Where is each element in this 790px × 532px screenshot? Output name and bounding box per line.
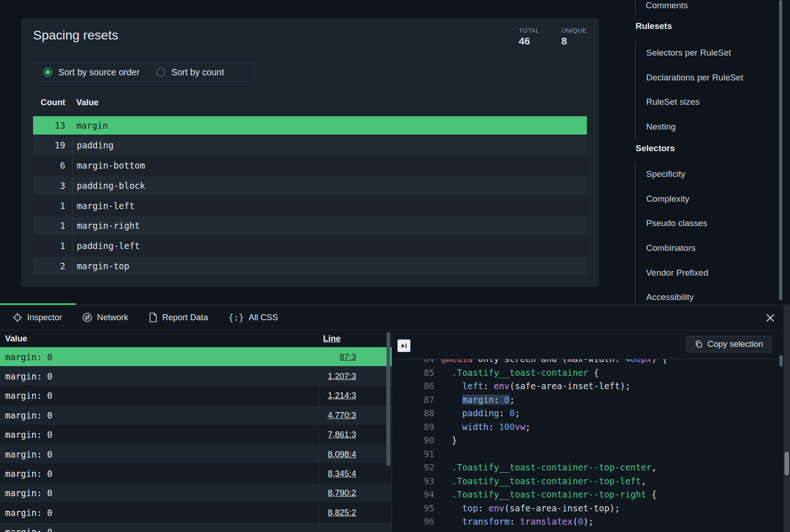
line-column-header[interactable]: Line xyxy=(323,334,341,344)
row-count: 1 xyxy=(33,201,72,211)
code-line: 89 width: 100vw; xyxy=(392,420,784,434)
sort-by-count-option[interactable]: Sort by count xyxy=(156,67,224,78)
inspector-row[interactable]: margin: 08,790:2 xyxy=(0,484,392,503)
inspector-row[interactable]: margin: 0 xyxy=(0,523,392,532)
inspector-row[interactable]: margin: 08,345:4 xyxy=(0,464,392,483)
line-link[interactable]: 87:3 xyxy=(340,352,356,362)
sidebar-item-complexity[interactable]: Complexity xyxy=(636,187,773,211)
value-column-header: Value xyxy=(72,97,98,108)
code-line: 90 } xyxy=(392,434,784,447)
close-panel-button[interactable] xyxy=(763,311,778,325)
code-token: { xyxy=(588,368,599,378)
panel-tabbar: Inspector Network Report Data {:} All CS… xyxy=(0,305,790,330)
sidebar-item-comments[interactable]: Comments xyxy=(646,0,688,11)
sidebar-item-pseudo-classes[interactable]: Pseudo classes xyxy=(636,211,773,236)
sidebar-item-specificity[interactable]: Specificity xyxy=(636,162,773,187)
sidebar-item-vendor-prefixed[interactable]: Vendor Prefixed xyxy=(636,260,773,285)
line-number: 91 xyxy=(392,447,434,461)
tab-all-css[interactable]: {:} All CSS xyxy=(228,312,278,323)
expand-pane-button[interactable] xyxy=(398,340,410,352)
line-number: 84 xyxy=(392,359,434,366)
inspector-row[interactable]: margin: 08,825:2 xyxy=(0,503,392,522)
code-token: .Toastify__toast-container--top-center xyxy=(452,462,652,472)
page-scrollbar-thumb[interactable] xyxy=(779,0,782,300)
inspector-row[interactable]: margin: 01,207:3 xyxy=(0,367,392,385)
table-row[interactable]: 19padding xyxy=(33,136,587,155)
line-number: 94 xyxy=(392,488,434,502)
code-line: 84@media only screen and (max-width: 480… xyxy=(392,359,784,366)
table-row[interactable]: 3padding-block xyxy=(33,176,587,195)
table-row[interactable]: 1margin-left xyxy=(33,197,587,215)
table-row[interactable]: 13margin xyxy=(33,116,587,135)
row-value: margin-left xyxy=(72,197,587,215)
line-link[interactable]: 1,214:3 xyxy=(328,391,356,401)
panel-scrollbar-thumb[interactable] xyxy=(784,452,789,475)
sidebar-item-ruleset-sizes[interactable]: RuleSet sizes xyxy=(636,90,773,114)
code-token: : xyxy=(494,395,504,405)
code-line: 86 left: env(safe-area-inset-left); xyxy=(392,379,784,393)
line-link[interactable]: 7,861:3 xyxy=(328,430,356,440)
inspector-row-line-cell: 87:3 xyxy=(318,347,386,366)
inspector-row[interactable]: margin: 01,214:3 xyxy=(0,386,392,405)
line-link[interactable]: 8,345:4 xyxy=(328,469,356,479)
radio-selected-icon[interactable] xyxy=(43,68,52,77)
inspector-row[interactable]: margin: 08,098:4 xyxy=(0,445,392,464)
line-link[interactable]: 4,770:3 xyxy=(328,410,356,420)
code-token: ( xyxy=(573,516,578,526)
table-row[interactable]: 6margin-bottom xyxy=(33,156,587,175)
tab-inspector[interactable]: Inspector xyxy=(12,312,62,323)
tab-network[interactable]: Network xyxy=(82,312,128,323)
sidebar-item-combinators[interactable]: Combinators xyxy=(636,236,773,260)
copy-selection-button[interactable]: Copy selection xyxy=(686,336,772,352)
tab-label: Inspector xyxy=(27,312,62,323)
inspector-row-value: margin: 0 xyxy=(0,527,52,532)
code-token: 0 xyxy=(510,408,515,418)
code-text: left: env(safe-area-inset-left); xyxy=(434,379,631,393)
line-number: 87 xyxy=(392,393,434,407)
line-number: 93 xyxy=(392,475,434,488)
line-link[interactable]: 8,098:4 xyxy=(328,449,356,459)
sort-by-source-order-option[interactable]: Sort by source order xyxy=(43,67,140,78)
code-text: width: 100vw; xyxy=(434,420,531,434)
inspector-row[interactable]: margin: 04,770:3 xyxy=(0,406,392,424)
inspector-row-line-cell: 8,790:2 xyxy=(318,484,386,503)
expand-panel-icon xyxy=(400,342,408,350)
crosshair-icon xyxy=(12,312,23,323)
tab-report-data[interactable]: Report Data xyxy=(148,312,208,323)
code-token: env xyxy=(494,381,509,391)
radio-unselected-icon[interactable] xyxy=(156,68,165,77)
table-row[interactable]: 1margin-right xyxy=(33,216,587,235)
inspector-row-value: margin: 0 xyxy=(0,391,52,401)
count-column-header: Count xyxy=(33,97,72,108)
unique-value: 8 xyxy=(561,35,587,47)
code-token: .Toastify__toast-container--top-right xyxy=(452,489,646,499)
inspector-table-rows: margin: 087:3margin: 01,207:3margin: 01,… xyxy=(0,347,392,532)
code-token: ; xyxy=(510,395,515,405)
line-number: 88 xyxy=(392,407,434,420)
inspector-row-line-cell: 8,825:2 xyxy=(318,503,386,522)
sidebar-item-declarations-per-ruleset[interactable]: Declarations per RuleSet xyxy=(636,65,773,90)
code-token: only screen and (max-width: xyxy=(473,359,625,364)
inspector-row-value: margin: 0 xyxy=(0,488,52,498)
sidebar-item-nesting[interactable]: Nesting xyxy=(636,114,773,139)
code-text: } xyxy=(434,434,457,447)
code-token: ); xyxy=(583,516,594,526)
spacing-table-rows: 13margin19padding6margin-bottom3padding-… xyxy=(33,116,587,277)
total-label: TOTAL xyxy=(519,27,540,34)
line-number: 96 xyxy=(392,515,434,529)
sidebar-item-selectors-per-ruleset[interactable]: Selectors per RuleSet xyxy=(636,40,773,65)
table-row[interactable]: 2margin-top xyxy=(33,257,587,275)
line-link[interactable]: 8,825:2 xyxy=(328,508,356,518)
inspector-row-line-cell: 4,770:3 xyxy=(318,406,386,424)
line-link[interactable]: 1,207:3 xyxy=(328,371,356,381)
panel-scrollbar-track[interactable] xyxy=(784,305,790,532)
inspector-row-value: margin: 0 xyxy=(0,410,52,420)
table-row[interactable]: 1padding-left xyxy=(33,237,587,255)
row-count: 1 xyxy=(33,221,72,231)
line-link[interactable]: 8,790:2 xyxy=(328,488,356,498)
inspector-row[interactable]: margin: 087:3 xyxy=(0,347,392,366)
code-line: 91 xyxy=(392,447,784,461)
inspector-row[interactable]: margin: 07,861:3 xyxy=(0,425,392,444)
inspector-table-scrollbar-thumb[interactable] xyxy=(386,332,390,466)
code-scrollbar-thumb[interactable] xyxy=(779,355,783,367)
